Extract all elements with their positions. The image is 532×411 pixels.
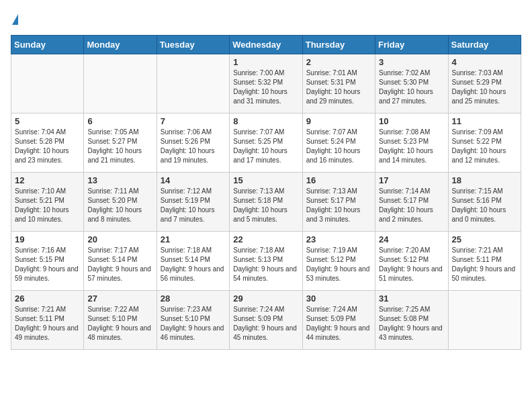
day-number: 1 xyxy=(233,57,298,67)
logo xyxy=(11,11,18,27)
calendar-cell: 26 Sunrise: 7:21 AMSunset: 5:11 PMDaylig… xyxy=(11,291,84,350)
day-info: Sunrise: 7:11 AMSunset: 5:20 PMDaylight:… xyxy=(87,187,142,223)
day-number: 17 xyxy=(379,175,444,185)
day-info: Sunrise: 7:17 AMSunset: 5:14 PMDaylight:… xyxy=(87,246,151,282)
calendar-cell: 3 Sunrise: 7:02 AMSunset: 5:30 PMDayligh… xyxy=(375,54,448,113)
day-number: 4 xyxy=(452,57,517,67)
day-number: 30 xyxy=(306,293,371,304)
day-number: 25 xyxy=(452,234,517,244)
day-number: 3 xyxy=(379,57,444,67)
calendar-table: SundayMondayTuesdayWednesdayThursdayFrid… xyxy=(11,35,521,350)
calendar-cell: 30 Sunrise: 7:24 AMSunset: 5:09 PMDaylig… xyxy=(302,291,375,350)
day-number: 5 xyxy=(15,116,80,126)
day-info: Sunrise: 7:08 AMSunset: 5:23 PMDaylight:… xyxy=(379,128,433,164)
calendar-cell: 5 Sunrise: 7:04 AMSunset: 5:28 PMDayligh… xyxy=(11,113,84,173)
day-number: 26 xyxy=(15,293,80,304)
calendar-week-row: 5 Sunrise: 7:04 AMSunset: 5:28 PMDayligh… xyxy=(11,113,521,173)
day-info: Sunrise: 7:21 AMSunset: 5:11 PMDaylight:… xyxy=(452,246,516,282)
day-info: Sunrise: 7:18 AMSunset: 5:14 PMDaylight:… xyxy=(161,246,224,282)
day-number: 21 xyxy=(161,234,226,244)
calendar-cell: 22 Sunrise: 7:18 AMSunset: 5:13 PMDaylig… xyxy=(230,232,302,291)
calendar-week-row: 19 Sunrise: 7:16 AMSunset: 5:15 PMDaylig… xyxy=(11,232,521,291)
calendar-cell: 21 Sunrise: 7:18 AMSunset: 5:14 PMDaylig… xyxy=(157,232,229,291)
calendar-cell: 17 Sunrise: 7:14 AMSunset: 5:17 PMDaylig… xyxy=(375,173,448,232)
day-info: Sunrise: 7:12 AMSunset: 5:19 PMDaylight:… xyxy=(161,187,215,223)
calendar-cell: 9 Sunrise: 7:07 AMSunset: 5:24 PMDayligh… xyxy=(302,113,375,173)
day-info: Sunrise: 7:25 AMSunset: 5:08 PMDaylight:… xyxy=(379,306,443,341)
day-number: 6 xyxy=(87,116,152,126)
weekday-header: Saturday xyxy=(448,36,521,54)
day-number: 31 xyxy=(379,293,444,304)
day-number: 28 xyxy=(161,293,226,304)
day-info: Sunrise: 7:23 AMSunset: 5:10 PMDaylight:… xyxy=(161,306,224,341)
calendar-cell: 23 Sunrise: 7:19 AMSunset: 5:12 PMDaylig… xyxy=(302,232,375,291)
day-number: 23 xyxy=(306,234,371,244)
calendar-cell: 8 Sunrise: 7:07 AMSunset: 5:25 PMDayligh… xyxy=(230,113,302,173)
day-number: 10 xyxy=(379,116,444,126)
day-number: 20 xyxy=(87,234,152,244)
calendar-cell xyxy=(157,54,229,113)
day-number: 19 xyxy=(15,234,80,244)
calendar-cell: 24 Sunrise: 7:20 AMSunset: 5:12 PMDaylig… xyxy=(375,232,448,291)
day-number: 7 xyxy=(161,116,226,126)
calendar-cell: 29 Sunrise: 7:24 AMSunset: 5:09 PMDaylig… xyxy=(230,291,302,350)
calendar-cell: 31 Sunrise: 7:25 AMSunset: 5:08 PMDaylig… xyxy=(375,291,448,350)
calendar-cell: 6 Sunrise: 7:05 AMSunset: 5:27 PMDayligh… xyxy=(84,113,157,173)
day-info: Sunrise: 7:07 AMSunset: 5:25 PMDaylight:… xyxy=(233,128,287,164)
logo-text xyxy=(11,11,18,27)
calendar-cell: 1 Sunrise: 7:00 AMSunset: 5:32 PMDayligh… xyxy=(230,54,302,113)
day-info: Sunrise: 7:16 AMSunset: 5:15 PMDaylight:… xyxy=(15,246,79,282)
day-info: Sunrise: 7:24 AMSunset: 5:09 PMDaylight:… xyxy=(233,306,297,341)
day-info: Sunrise: 7:18 AMSunset: 5:13 PMDaylight:… xyxy=(233,246,297,282)
day-info: Sunrise: 7:09 AMSunset: 5:22 PMDaylight:… xyxy=(452,128,506,164)
day-number: 11 xyxy=(452,116,517,126)
day-info: Sunrise: 7:24 AMSunset: 5:09 PMDaylight:… xyxy=(306,306,370,341)
day-number: 16 xyxy=(306,175,371,185)
day-number: 15 xyxy=(233,175,298,185)
calendar-cell: 28 Sunrise: 7:23 AMSunset: 5:10 PMDaylig… xyxy=(157,291,229,350)
weekday-header: Sunday xyxy=(11,36,84,54)
logo-triangle xyxy=(12,14,18,25)
calendar-cell xyxy=(84,54,157,113)
calendar-cell: 13 Sunrise: 7:11 AMSunset: 5:20 PMDaylig… xyxy=(84,173,157,232)
weekday-header: Wednesday xyxy=(230,36,302,54)
day-info: Sunrise: 7:05 AMSunset: 5:27 PMDaylight:… xyxy=(87,128,142,164)
day-info: Sunrise: 7:00 AMSunset: 5:32 PMDaylight:… xyxy=(233,69,287,105)
calendar-cell xyxy=(11,54,84,113)
day-info: Sunrise: 7:03 AMSunset: 5:29 PMDaylight:… xyxy=(452,69,506,105)
calendar-cell xyxy=(448,291,521,350)
day-info: Sunrise: 7:20 AMSunset: 5:12 PMDaylight:… xyxy=(379,246,443,282)
day-info: Sunrise: 7:21 AMSunset: 5:11 PMDaylight:… xyxy=(15,306,79,341)
calendar-cell: 4 Sunrise: 7:03 AMSunset: 5:29 PMDayligh… xyxy=(448,54,521,113)
day-info: Sunrise: 7:13 AMSunset: 5:18 PMDaylight:… xyxy=(233,187,287,223)
day-info: Sunrise: 7:07 AMSunset: 5:24 PMDaylight:… xyxy=(306,128,361,164)
weekday-header: Friday xyxy=(375,36,448,54)
day-info: Sunrise: 7:13 AMSunset: 5:17 PMDaylight:… xyxy=(306,187,361,223)
weekday-header: Tuesday xyxy=(157,36,229,54)
calendar-cell: 25 Sunrise: 7:21 AMSunset: 5:11 PMDaylig… xyxy=(448,232,521,291)
page-header xyxy=(11,11,521,27)
weekday-header: Thursday xyxy=(302,36,375,54)
day-info: Sunrise: 7:19 AMSunset: 5:12 PMDaylight:… xyxy=(306,246,370,282)
day-info: Sunrise: 7:14 AMSunset: 5:17 PMDaylight:… xyxy=(379,187,433,223)
day-number: 29 xyxy=(233,293,298,304)
day-info: Sunrise: 7:02 AMSunset: 5:30 PMDaylight:… xyxy=(379,69,433,105)
calendar-cell: 27 Sunrise: 7:22 AMSunset: 5:10 PMDaylig… xyxy=(84,291,157,350)
day-info: Sunrise: 7:06 AMSunset: 5:26 PMDaylight:… xyxy=(161,128,215,164)
day-number: 22 xyxy=(233,234,298,244)
day-number: 2 xyxy=(306,57,371,67)
calendar-cell: 2 Sunrise: 7:01 AMSunset: 5:31 PMDayligh… xyxy=(302,54,375,113)
calendar-week-row: 26 Sunrise: 7:21 AMSunset: 5:11 PMDaylig… xyxy=(11,291,521,350)
calendar-cell: 15 Sunrise: 7:13 AMSunset: 5:18 PMDaylig… xyxy=(230,173,302,232)
day-number: 12 xyxy=(15,175,80,185)
day-number: 18 xyxy=(452,175,517,185)
calendar-week-row: 1 Sunrise: 7:00 AMSunset: 5:32 PMDayligh… xyxy=(11,54,521,113)
day-info: Sunrise: 7:01 AMSunset: 5:31 PMDaylight:… xyxy=(306,69,361,105)
calendar-cell: 12 Sunrise: 7:10 AMSunset: 5:21 PMDaylig… xyxy=(11,173,84,232)
day-number: 9 xyxy=(306,116,371,126)
calendar-cell: 14 Sunrise: 7:12 AMSunset: 5:19 PMDaylig… xyxy=(157,173,229,232)
calendar-cell: 19 Sunrise: 7:16 AMSunset: 5:15 PMDaylig… xyxy=(11,232,84,291)
weekday-header: Monday xyxy=(84,36,157,54)
day-number: 14 xyxy=(161,175,226,185)
calendar-cell: 20 Sunrise: 7:17 AMSunset: 5:14 PMDaylig… xyxy=(84,232,157,291)
